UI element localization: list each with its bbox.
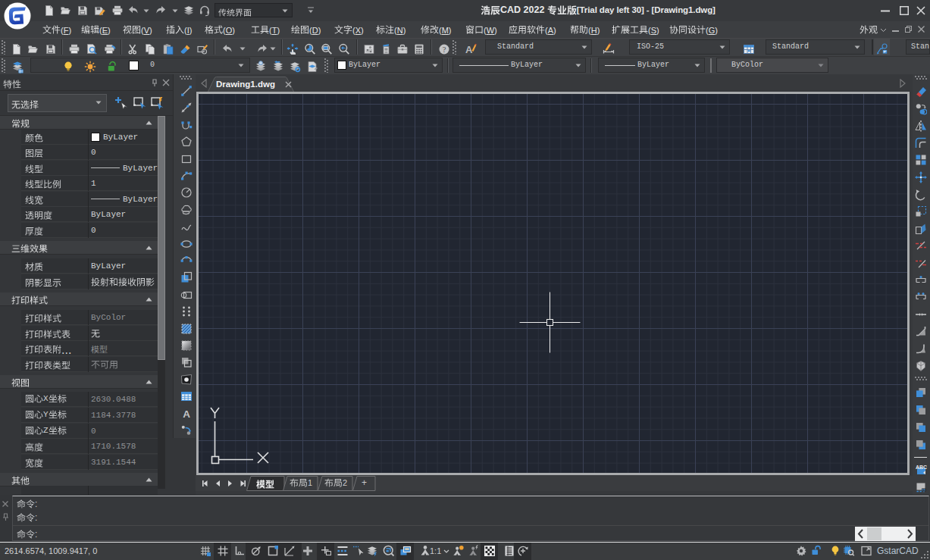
svg-text:ABC: ABC — [916, 465, 927, 470]
svg-text:?: ? — [443, 45, 446, 54]
svg-text:A: A — [465, 44, 473, 55]
svg-text:A: A — [183, 408, 190, 420]
